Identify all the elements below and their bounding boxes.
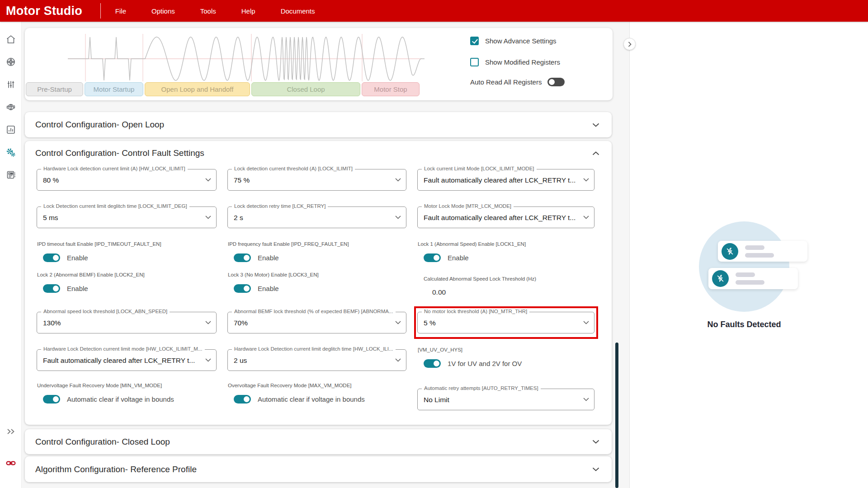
field-label: Overvoltage Fault Recovery Mode [MAX_VM_…	[228, 383, 406, 388]
no-faults-detected-label: No Faults Detected	[691, 320, 797, 329]
section-title: Control Configuration- Open Loop	[35, 120, 164, 130]
select-mtr-lck-mode[interactable]: Motor Lock Mode [MTR_LCK_MODE] Fault aut…	[417, 206, 594, 228]
menu-documents[interactable]: Documents	[281, 7, 315, 15]
field-value: 70%	[234, 319, 391, 327]
field-label: Lock Detection current limit deglitch ti…	[41, 203, 189, 209]
toggle-ipd-freq-fault-en[interactable]	[234, 253, 251, 262]
startup-sequence-panel: Pre-Startup Motor Startup Open Loop and …	[25, 28, 613, 100]
field-label: Lock 2 (Abnormal BEMF) Enable [LOCK2_EN]	[37, 272, 217, 277]
field-value: 2 us	[234, 357, 391, 365]
menubar: File Options Tools Help Documents	[115, 7, 315, 15]
section-title: Algorithm Configuration- Reference Profi…	[35, 465, 197, 474]
field-label: Abnormal speed lock threshold [LOCK_ABN_…	[41, 309, 170, 314]
settings-gears-icon[interactable]	[5, 147, 16, 158]
link-icon[interactable]	[5, 458, 16, 469]
toggle-state-label: Enable	[258, 285, 279, 292]
select-lock-abn-speed[interactable]: Abnormal speed lock threshold [LOCK_ABN_…	[37, 312, 217, 333]
field-cell-lock2-en: Lock 2 (Abnormal BEMF) Enable [LOCK2_EN]…	[37, 271, 217, 308]
collapse-double-chevron-icon[interactable]	[5, 426, 16, 437]
select-lock-ilimit[interactable]: Lock detection current threshold (A) [LO…	[227, 169, 406, 191]
field-cell-no-mtr-thr: No motor lock threshold (A) [NO_MTR_THR]…	[417, 308, 594, 346]
chevron-down-icon	[205, 321, 211, 324]
tune-icon[interactable]	[5, 79, 16, 90]
toggle-ipd-timeout-fault-en[interactable]	[43, 253, 60, 262]
chevron-down-icon	[205, 358, 211, 362]
chevron-down-icon	[583, 321, 589, 324]
field-label: Undervoltage Fault Recovery Mode [MIN_VM…	[37, 383, 217, 388]
chevron-down-icon	[205, 178, 211, 182]
menu-file[interactable]: File	[115, 7, 126, 15]
stage-pre-startup[interactable]: Pre-Startup	[26, 82, 83, 96]
stage-motor-stop[interactable]: Motor Stop	[362, 82, 420, 96]
register-map-icon[interactable]	[5, 169, 16, 180]
analytics-icon[interactable]	[5, 124, 16, 135]
field-cell-auto-retry-times: Automatic retry attempts [AUTO_RETRY_TIM…	[417, 381, 594, 410]
field-cell-min-vm-mode: Undervoltage Fault Recovery Mode [MIN_VM…	[37, 381, 217, 410]
no-faults-illustration	[699, 221, 789, 312]
auto-read-all-registers-label: Auto Read All Registers	[470, 78, 542, 86]
menu-help[interactable]: Help	[241, 7, 255, 15]
field-cell-max-vm-mode: Overvoltage Fault Recovery Mode [MAX_VM_…	[227, 381, 406, 410]
field-label: Hardware Lock Detection current limit mo…	[41, 346, 205, 352]
field-value: 130%	[43, 319, 201, 327]
panel-expand-button[interactable]	[623, 38, 636, 50]
show-modified-registers-checkbox[interactable]	[470, 58, 479, 66]
field-value: 75 %	[234, 176, 391, 184]
toggle-max-vm-mode[interactable]	[234, 395, 251, 404]
field-cell-abnorma: Abnormal BEMF lock threshold (% of expec…	[227, 308, 406, 346]
toggle-lock1-en[interactable]	[424, 253, 441, 262]
calculated-value: 0.00	[432, 288, 594, 296]
chevron-up-icon	[592, 151, 599, 155]
section-reference-profile: Algorithm Configuration- Reference Profi…	[25, 456, 612, 482]
select-hw-lock-ilimit-m[interactable]: Hardware Lock Detection current limit mo…	[37, 349, 217, 371]
toggle-min-vm-mode[interactable]	[43, 395, 60, 404]
select-hw-lock-ilimit[interactable]: Hardware Lock detection current limit (A…	[37, 169, 217, 191]
menu-tools[interactable]: Tools	[200, 7, 216, 15]
toggle-state-label: Enable	[448, 254, 469, 262]
chevron-down-icon	[583, 216, 589, 219]
select-lock-ilimit-deg[interactable]: Lock Detection current limit deglitch ti…	[37, 206, 217, 228]
show-modified-registers-label: Show Modified Registers	[485, 58, 560, 66]
select-hw-lock-ili[interactable]: Hardware Lock Detection current limit de…	[227, 349, 406, 371]
show-advance-settings-checkbox[interactable]	[470, 37, 479, 45]
section-title: Control Configuration- Closed Loop	[35, 437, 170, 447]
chevron-down-icon	[592, 467, 599, 471]
select-auto-retry-times[interactable]: Automatic retry attempts [AUTO_RETRY_TIM…	[417, 389, 594, 410]
toggle-vm-uv-ov-hys[interactable]	[424, 359, 441, 368]
stage-closed-loop[interactable]: Closed Loop	[251, 82, 360, 96]
select-no-mtr-thr[interactable]: No motor lock threshold (A) [NO_MTR_THR]…	[417, 312, 594, 333]
field-label: Calculated Abnormal Speed Lock Threshold…	[424, 276, 594, 282]
app-brand: Motor Studio	[0, 4, 100, 18]
auto-read-all-registers-toggle[interactable]	[547, 78, 565, 86]
field-cell-hw-lock-ilimit: Hardware Lock detection current limit (A…	[37, 165, 217, 203]
fault-off-icon	[712, 270, 729, 287]
select-lck-retry[interactable]: Lock detection retry time [LCK_RETRY] 2 …	[227, 206, 406, 228]
toggle-state-label: Automatic clear if voltage in bounds	[67, 395, 174, 403]
field-value: 5 %	[424, 319, 579, 327]
chevron-down-icon	[395, 358, 401, 362]
toggle-state-label: Enable	[67, 285, 88, 292]
menu-options[interactable]: Options	[151, 7, 175, 15]
section-fault-settings-header[interactable]: Control Configuration- Control Fault Set…	[25, 141, 612, 165]
field-cell-hw-lock-ili: Hardware Lock Detection current limit de…	[227, 346, 406, 381]
field-cell-lck-retry: Lock detection retry time [LCK_RETRY] 2 …	[227, 203, 406, 240]
field-cell-calculated-abnormal-speed-lock-threshold-hz: Calculated Abnormal Speed Lock Threshold…	[417, 271, 594, 308]
select-abnorma[interactable]: Abnormal BEMF lock threshold (% of expec…	[227, 312, 406, 333]
toggle-lock3-en[interactable]	[234, 284, 251, 293]
section-reference-profile-header[interactable]: Algorithm Configuration- Reference Profi…	[25, 456, 612, 482]
toggle-lock2-en[interactable]	[43, 284, 60, 293]
field-value: Fault automatically cleared after LCK_RE…	[43, 357, 201, 365]
field-value: Fault automatically cleared after LCK_RE…	[424, 176, 579, 184]
section-control-fault-settings: Control Configuration- Control Fault Set…	[25, 141, 612, 425]
stage-motor-startup[interactable]: Motor Startup	[85, 82, 143, 96]
home-icon[interactable]	[5, 34, 16, 45]
sync-globe-icon[interactable]	[5, 102, 16, 113]
motor-icon[interactable]	[5, 56, 16, 67]
left-icon-sidebar	[0, 22, 22, 488]
vertical-scrollbar[interactable]	[615, 343, 618, 488]
stage-open-loop[interactable]: Open Loop and Handoff	[145, 82, 250, 96]
section-open-loop-header[interactable]: Control Configuration- Open Loop	[25, 112, 612, 137]
field-value: Fault automatically cleared after LCK_RE…	[424, 214, 579, 222]
select-lock-ilimit-mode[interactable]: Lock current Limit Mode [LOCK_ILIMIT_MOD…	[417, 169, 594, 191]
section-closed-loop-header[interactable]: Control Configuration- Closed Loop	[25, 429, 612, 454]
